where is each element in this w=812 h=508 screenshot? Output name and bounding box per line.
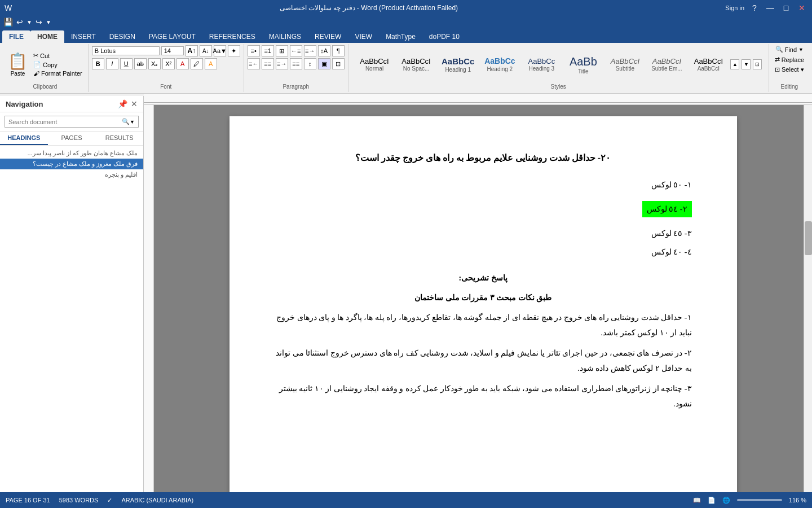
find-dropdown[interactable]: ▼ [798,47,804,52]
search-dropdown-icon[interactable]: ▼ [130,119,135,125]
decrease-indent-button[interactable]: ←≡ [290,45,302,56]
styles-scroll-up[interactable]: ▲ [730,59,739,69]
numbering-button[interactable]: ≡1 [262,45,274,56]
strikethrough-button[interactable]: ab [134,58,147,69]
status-proofing-icon[interactable]: ✓ [107,497,112,504]
tab-view[interactable]: VIEW [348,30,379,43]
status-view-web[interactable]: 🌐 [722,497,730,504]
font-name-input[interactable] [92,46,160,55]
search-icon[interactable]: 🔍 [122,118,130,125]
nav-item-1[interactable]: ملک مشاع هامان طور که از ناصر پیدا سر... [0,148,143,159]
shading-button[interactable]: A [205,58,217,69]
zoom-slider[interactable] [737,499,782,501]
borders-button[interactable]: ⊡ [332,58,345,69]
tab-insert[interactable]: INSERT [64,30,103,43]
status-view-read[interactable]: 📖 [693,497,701,504]
style-title[interactable]: AaBb Title [563,53,603,76]
replace-button[interactable]: ⇄ Replace [773,55,806,64]
justify-button[interactable]: ≡≡ [290,58,302,69]
paste-button[interactable]: 📋 Paste [6,50,30,79]
undo-icon[interactable]: ↩ [15,17,24,27]
nav-search-input[interactable] [8,119,122,125]
styles-scroll-down[interactable]: ▼ [742,59,751,69]
minimize-btn[interactable]: — [765,2,776,14]
show-formatting-button[interactable]: ¶ [332,45,345,56]
tab-file[interactable]: FILE [2,30,30,43]
style-heading1[interactable]: AaBbCc Heading 1 [438,55,478,75]
status-language[interactable]: ARABIC (SAUDI ARABIA) [121,497,193,503]
tab-references[interactable]: REFERENCES [202,30,262,43]
bold-button[interactable]: B [92,58,104,69]
more-qa[interactable]: ▼ [45,19,52,25]
maximize-btn[interactable]: □ [780,2,792,14]
find-button[interactable]: 🔍 Find ▼ [773,45,806,54]
nav-item-2[interactable]: فرق ملک مغروز و ملک مشاع در چیست؟ [0,159,143,169]
style-no-spacing[interactable]: AaBbCcI No Spac... [396,55,436,74]
font-shrink-button[interactable]: A↓ [200,45,212,56]
nav-tab-results[interactable]: RESULTS [95,132,143,145]
style-heading3[interactable]: AaBbCc Heading 3 [522,55,561,74]
find-label: Find [785,46,797,53]
superscript-button[interactable]: X² [162,58,175,69]
svg-rect-1 [144,102,812,103]
format-painter-label: Format Painter [41,70,82,77]
subscript-button[interactable]: X₂ [148,58,161,69]
tab-page-layout[interactable]: PAGE LAYOUT [142,30,202,43]
text-highlight-button[interactable]: 🖊 [191,58,203,69]
document-area[interactable]: ٢٠- حداقل شدت روشنایی علایم مربوط به راه… [154,105,812,492]
align-right-button[interactable]: ≡→ [276,58,288,69]
italic-button[interactable]: I [106,58,118,69]
nav-tab-pages[interactable]: PAGES [48,132,96,145]
tab-design[interactable]: DESIGN [103,30,142,43]
bullets-button[interactable]: ≡• [248,45,260,56]
style-subtle2-preview: AaBbCcI [694,57,723,66]
font-color-button[interactable]: A [176,58,189,69]
format-painter-icon: 🖌 [33,70,39,77]
svg-rect-0 [144,94,812,105]
tab-mathtype[interactable]: MathType [379,30,422,43]
underline-button[interactable]: U [120,58,133,69]
style-subtle2[interactable]: AaBbCcI AaBbCcI [689,55,728,74]
select-button[interactable]: ⊡ Select ▾ [773,65,806,74]
clear-formatting-button[interactable]: ✦ [228,45,240,56]
font-size-input[interactable] [161,46,184,55]
copy-button[interactable]: 📄 Copy [31,60,85,69]
tab-dopdf[interactable]: doPDF 10 [422,30,466,43]
nav-header: Navigation 📌 ✕ [0,96,143,112]
tab-home[interactable]: HOME [30,30,64,43]
format-painter-button[interactable]: 🖌 Format Painter [31,69,85,77]
style-subtitle[interactable]: AaBbCcI Subtitle [605,55,645,74]
tab-review[interactable]: REVIEW [308,30,348,43]
scroll-thumb[interactable] [805,221,812,255]
style-normal[interactable]: AaBbCcI Normal [355,55,394,74]
style-heading2[interactable]: AaBbCc Heading 2 [480,55,519,74]
increase-indent-button[interactable]: ≡→ [304,45,316,56]
vertical-scrollbar[interactable] [804,105,812,492]
tab-mailings[interactable]: MAILINGS [262,30,308,43]
help-btn[interactable]: ? [749,2,760,14]
nav-item-3[interactable]: اقلیم و پنجره [0,169,143,180]
font-grow-button[interactable]: A↑ [186,45,198,56]
styles-expand[interactable]: ⊡ [753,59,762,69]
style-subtle[interactable]: AaBbCcI Subtle Em... [647,55,686,74]
redo-icon[interactable]: ↪ [34,17,43,27]
cut-button[interactable]: ✂ Cut [31,51,85,60]
line-spacing-button[interactable]: ↕ [304,58,316,69]
align-center-button[interactable]: ≡≡ [262,58,274,69]
option-3: ٣- ٤٥ لوکس [275,226,692,240]
undo-dropdown[interactable]: ▼ [25,19,33,25]
change-case-button[interactable]: Aa▼ [214,45,226,56]
align-left-button[interactable]: ≡← [248,58,260,69]
multilevel-button[interactable]: ⊞ [276,45,288,56]
close-btn[interactable]: ✕ [796,2,807,14]
nav-pin-button[interactable]: 📌 [118,99,127,108]
status-zoom[interactable]: 116 % [789,497,806,503]
sort-button[interactable]: ↕A [318,45,330,56]
status-view-print[interactable]: 📄 [708,497,716,504]
shading-para-button[interactable]: ▣ [318,58,330,69]
sign-in[interactable]: Sign in [725,5,744,11]
answer-section-title: پاسخ تشریحی: [275,271,692,285]
save-icon[interactable]: 💾 [2,17,14,27]
nav-tab-headings[interactable]: HEADINGS [0,132,48,145]
nav-close-button[interactable]: ✕ [131,99,138,108]
